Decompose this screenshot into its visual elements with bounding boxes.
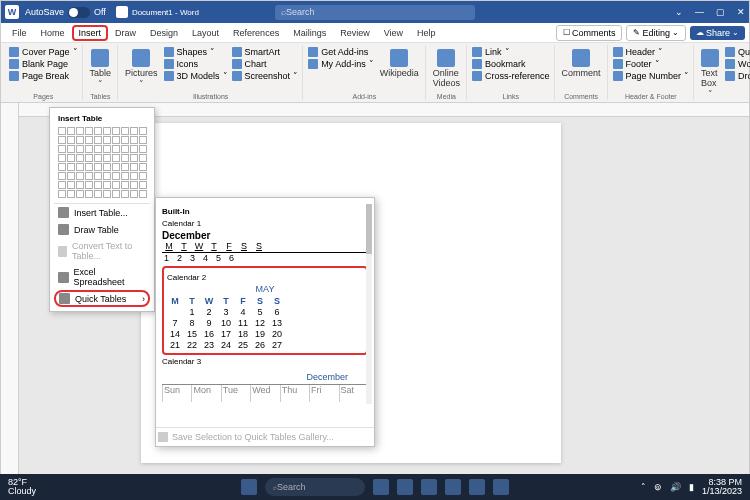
blank-page-button[interactable]: Blank Page xyxy=(9,59,78,69)
pictures-button[interactable]: Pictures˅ xyxy=(123,47,160,91)
page-number-button[interactable]: Page Number ˅ xyxy=(613,71,690,81)
document-title: Document1 - Word xyxy=(132,8,199,17)
autosave-toggle[interactable]: AutoSave Off xyxy=(25,7,106,18)
tab-layout[interactable]: Layout xyxy=(185,25,226,41)
excel-icon xyxy=(58,272,69,283)
draw-table-menu[interactable]: Draw Table xyxy=(54,221,150,238)
start-icon[interactable] xyxy=(241,479,257,495)
tab-mailings[interactable]: Mailings xyxy=(286,25,333,41)
tab-file[interactable]: File xyxy=(5,25,34,41)
shapes-button[interactable]: Shapes ˅ xyxy=(164,47,228,57)
save-selection-menu: Save Selection to Quick Tables Gallery..… xyxy=(156,427,374,446)
editing-button[interactable]: ✎ Editing ⌄ xyxy=(626,25,686,41)
tab-insert[interactable]: Insert xyxy=(72,25,109,41)
volume-icon[interactable]: 🔊 xyxy=(670,482,681,492)
ribbon-group-tables: Table˅ Tables xyxy=(84,45,119,100)
windows-taskbar: 82°F Cloudy ⌕ Search ˄ ⊚ 🔊 ▮ 8:38 PM 1/1… xyxy=(0,474,750,500)
tab-references[interactable]: References xyxy=(226,25,286,41)
table-dropdown: Insert Table Insert Table... Draw Table … xyxy=(49,107,155,312)
scrollbar[interactable] xyxy=(366,204,372,404)
ribbon-group-pages: Cover Page ˅ Blank Page Page Break Pages xyxy=(5,45,83,100)
word-taskbar-icon[interactable] xyxy=(469,479,485,495)
ribbon-group-illustrations: Pictures˅ Shapes ˅ Icons 3D Models ˅ Sma… xyxy=(119,45,303,100)
ribbon-group-links: Link ˅ Bookmark Cross-reference Links xyxy=(468,45,555,100)
pencil-icon xyxy=(58,224,69,235)
icons-button[interactable]: Icons xyxy=(164,59,228,69)
my-addins-button[interactable]: My Add-ins ˅ xyxy=(308,59,374,69)
menu-bar: FileHomeInsertDrawDesignLayoutReferences… xyxy=(1,23,749,43)
comments-button[interactable]: ☐ Comments xyxy=(556,25,623,41)
table-button[interactable]: Table˅ xyxy=(88,47,114,91)
table-icon xyxy=(58,207,69,218)
save-icon xyxy=(158,432,168,442)
calendar-2-preview[interactable]: Calendar 2 MAY MTWTFSS123456789101112131… xyxy=(162,266,368,355)
footer-button[interactable]: Footer ˅ xyxy=(613,59,690,69)
calendar-1-preview[interactable]: Calendar 1 December MTWTFSS 123456 xyxy=(162,219,368,260)
tab-design[interactable]: Design xyxy=(143,25,185,41)
comment-button[interactable]: Comment xyxy=(560,47,603,80)
ribbon: Cover Page ˅ Blank Page Page Break Pages… xyxy=(1,43,749,103)
ribbon-group-header-footer: Header ˅ Footer ˅ Page Number ˅ Header &… xyxy=(609,45,695,100)
wordart-button[interactable]: WordArt ˅ xyxy=(725,59,750,69)
page-break-button[interactable]: Page Break xyxy=(9,71,78,81)
table-size-grid[interactable] xyxy=(54,125,150,200)
weather-widget[interactable]: 82°F Cloudy xyxy=(8,478,36,496)
ribbon-options-icon[interactable]: ⌄ xyxy=(675,7,683,17)
chart-button[interactable]: Chart xyxy=(232,59,299,69)
close-icon[interactable]: ✕ xyxy=(737,7,745,17)
tray-chevron-icon[interactable]: ˄ xyxy=(641,482,646,492)
save-icon[interactable] xyxy=(116,6,128,18)
tab-help[interactable]: Help xyxy=(410,25,443,41)
maximize-icon[interactable]: ▢ xyxy=(716,7,725,17)
wikipedia-button[interactable]: Wikipedia xyxy=(378,47,421,80)
tab-review[interactable]: Review xyxy=(333,25,377,41)
task-view-icon[interactable] xyxy=(373,479,389,495)
wifi-icon[interactable]: ⊚ xyxy=(654,482,662,492)
taskbar-app-icon[interactable] xyxy=(397,479,413,495)
3d-models-button[interactable]: 3D Models ˅ xyxy=(164,71,228,81)
word-logo-icon: W xyxy=(5,5,19,19)
convert-icon xyxy=(58,246,67,257)
quick-tables-icon xyxy=(59,293,70,304)
battery-icon[interactable]: ▮ xyxy=(689,482,694,492)
tab-view[interactable]: View xyxy=(377,25,410,41)
toggle-icon[interactable] xyxy=(68,7,90,18)
online-videos-button[interactable]: Online Videos xyxy=(431,47,462,90)
bookmark-button[interactable]: Bookmark xyxy=(472,59,550,69)
link-button[interactable]: Link ˅ xyxy=(472,47,550,57)
taskbar-app-icon[interactable] xyxy=(493,479,509,495)
text-box-button[interactable]: Text Box˅ xyxy=(699,47,721,101)
taskbar-app-icon[interactable] xyxy=(445,479,461,495)
explorer-icon[interactable] xyxy=(421,479,437,495)
quick-tables-panel: Built-In Calendar 1 December MTWTFSS 123… xyxy=(155,197,375,447)
header-button[interactable]: Header ˅ xyxy=(613,47,690,57)
search-input[interactable]: ⌕ Search xyxy=(275,5,475,20)
quick-parts-button[interactable]: Quick Parts ˅ xyxy=(725,47,750,57)
title-bar: W AutoSave Off Document1 - Word ⌕ Search… xyxy=(1,1,749,23)
screenshot-button[interactable]: Screenshot ˅ xyxy=(232,71,299,81)
get-addins-button[interactable]: Get Add-ins xyxy=(308,47,374,57)
minimize-icon[interactable]: — xyxy=(695,7,704,17)
clock[interactable]: 8:38 PM 1/13/2023 xyxy=(702,478,742,496)
cross-reference-button[interactable]: Cross-reference xyxy=(472,71,550,81)
quick-tables-menu[interactable]: Quick Tables› xyxy=(54,290,150,307)
drop-cap-button[interactable]: Drop Cap ˅ xyxy=(725,71,750,81)
insert-table-menu[interactable]: Insert Table... xyxy=(54,204,150,221)
ribbon-group-media: Online Videos Media xyxy=(427,45,467,100)
built-in-header: Built-In xyxy=(162,207,368,216)
excel-spreadsheet-menu[interactable]: Excel Spreadsheet xyxy=(54,264,150,290)
share-button[interactable]: ☁ Share ⌄ xyxy=(690,26,745,40)
tab-draw[interactable]: Draw xyxy=(108,25,143,41)
calendar-3-preview[interactable]: Calendar 3 December SunMonTueWedThuFriSa… xyxy=(162,357,368,402)
vertical-ruler[interactable] xyxy=(1,103,19,485)
ribbon-group-text: Text Box˅ Quick Parts ˅ WordArt ˅ Drop C… xyxy=(695,45,750,100)
cover-page-button[interactable]: Cover Page ˅ xyxy=(9,47,78,57)
ribbon-group-addins: Get Add-ins My Add-ins ˅ Wikipedia Add-i… xyxy=(304,45,426,100)
insert-table-header: Insert Table xyxy=(54,112,150,125)
smartart-button[interactable]: SmartArt xyxy=(232,47,299,57)
taskbar-search[interactable]: ⌕ Search xyxy=(265,478,365,496)
tab-home[interactable]: Home xyxy=(34,25,72,41)
ribbon-group-comments: Comment Comments xyxy=(556,45,608,100)
convert-text-menu: Convert Text to Table... xyxy=(54,238,150,264)
